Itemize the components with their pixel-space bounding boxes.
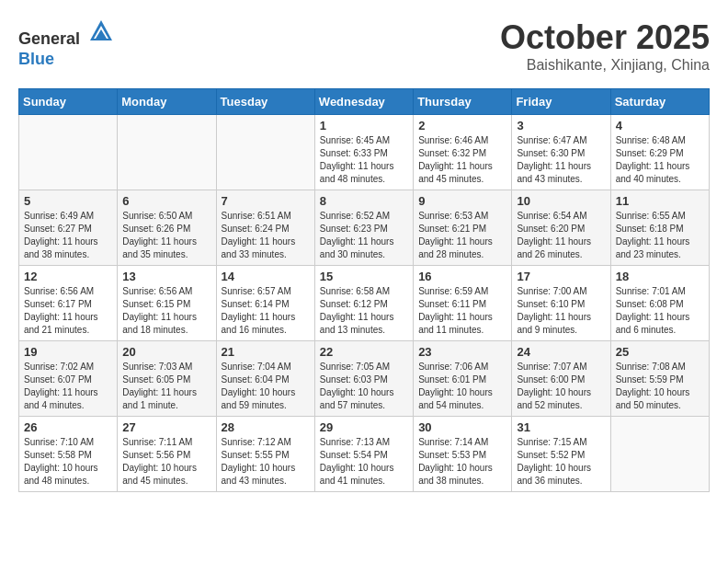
day-number: 26: [24, 420, 112, 434]
location: Baishikante, Xinjiang, China: [500, 57, 710, 74]
calendar-cell: 10Sunrise: 6:54 AM Sunset: 6:20 PM Dayli…: [512, 190, 610, 266]
day-info: Sunrise: 7:08 AM Sunset: 5:59 PM Dayligh…: [616, 361, 704, 412]
day-number: 24: [517, 345, 605, 359]
day-info: Sunrise: 7:07 AM Sunset: 6:00 PM Dayligh…: [517, 361, 605, 412]
day-info: Sunrise: 7:12 AM Sunset: 5:55 PM Dayligh…: [222, 436, 310, 488]
day-number: 27: [122, 420, 210, 434]
day-info: Sunrise: 6:46 AM Sunset: 6:32 PM Dayligh…: [418, 134, 506, 186]
day-info: Sunrise: 6:55 AM Sunset: 6:18 PM Dayligh…: [616, 210, 704, 261]
day-number: 22: [320, 345, 408, 359]
calendar-cell: 13Sunrise: 6:56 AM Sunset: 6:15 PM Dayli…: [118, 266, 216, 341]
day-info: Sunrise: 7:02 AM Sunset: 6:07 PM Dayligh…: [24, 361, 112, 412]
day-info: Sunrise: 6:53 AM Sunset: 6:21 PM Dayligh…: [418, 210, 506, 261]
page-header: General Blue October 2025 Baishikante, X…: [18, 18, 710, 74]
calendar-week-row: 5Sunrise: 6:49 AM Sunset: 6:27 PM Daylig…: [19, 190, 710, 266]
day-of-week-header: Friday: [512, 89, 610, 115]
day-number: 3: [517, 119, 605, 132]
day-of-week-header: Saturday: [610, 89, 709, 115]
calendar-week-row: 1Sunrise: 6:45 AM Sunset: 6:33 PM Daylig…: [19, 115, 710, 190]
calendar-cell: 7Sunrise: 6:51 AM Sunset: 6:24 PM Daylig…: [216, 190, 314, 266]
title-block: October 2025 Baishikante, Xinjiang, Chin…: [500, 18, 710, 74]
day-number: 5: [24, 194, 112, 208]
day-number: 4: [616, 119, 704, 132]
day-number: 21: [222, 345, 310, 359]
calendar-cell: 9Sunrise: 6:53 AM Sunset: 6:21 PM Daylig…: [414, 190, 512, 266]
calendar-cell: 4Sunrise: 6:48 AM Sunset: 6:29 PM Daylig…: [610, 115, 709, 190]
day-number: 9: [418, 194, 506, 208]
day-number: 25: [616, 345, 704, 359]
day-of-week-header: Sunday: [19, 89, 118, 115]
day-number: 11: [616, 194, 704, 208]
calendar-cell: 23Sunrise: 7:06 AM Sunset: 6:01 PM Dayli…: [414, 341, 512, 417]
calendar-cell: 29Sunrise: 7:13 AM Sunset: 5:54 PM Dayli…: [314, 417, 413, 492]
calendar-cell: 6Sunrise: 6:50 AM Sunset: 6:26 PM Daylig…: [118, 190, 216, 266]
day-info: Sunrise: 6:48 AM Sunset: 6:29 PM Dayligh…: [616, 134, 704, 186]
day-info: Sunrise: 7:06 AM Sunset: 6:01 PM Dayligh…: [418, 361, 506, 412]
calendar-cell: 30Sunrise: 7:14 AM Sunset: 5:53 PM Dayli…: [414, 417, 512, 492]
calendar-cell: 21Sunrise: 7:04 AM Sunset: 6:04 PM Dayli…: [216, 341, 314, 417]
calendar-cell: 27Sunrise: 7:11 AM Sunset: 5:56 PM Dayli…: [118, 417, 216, 492]
calendar-cell: 20Sunrise: 7:03 AM Sunset: 6:05 PM Dayli…: [118, 341, 216, 417]
day-number: 28: [222, 420, 310, 434]
calendar-cell: 1Sunrise: 6:45 AM Sunset: 6:33 PM Daylig…: [314, 115, 413, 190]
calendar-cell: 22Sunrise: 7:05 AM Sunset: 6:03 PM Dayli…: [314, 341, 413, 417]
calendar-cell: [118, 115, 216, 190]
day-info: Sunrise: 7:01 AM Sunset: 6:08 PM Dayligh…: [616, 285, 704, 337]
logo: General Blue: [18, 18, 114, 69]
logo-general: General: [18, 29, 80, 48]
day-info: Sunrise: 7:05 AM Sunset: 6:03 PM Dayligh…: [320, 361, 408, 412]
day-number: 23: [418, 345, 506, 359]
calendar-week-row: 12Sunrise: 6:56 AM Sunset: 6:17 PM Dayli…: [19, 266, 710, 341]
day-number: 15: [320, 270, 408, 283]
day-info: Sunrise: 7:15 AM Sunset: 5:52 PM Dayligh…: [517, 436, 605, 488]
calendar-cell: 19Sunrise: 7:02 AM Sunset: 6:07 PM Dayli…: [19, 341, 118, 417]
day-info: Sunrise: 6:50 AM Sunset: 6:26 PM Dayligh…: [122, 210, 210, 261]
day-info: Sunrise: 7:11 AM Sunset: 5:56 PM Dayligh…: [122, 436, 210, 488]
calendar-week-row: 26Sunrise: 7:10 AM Sunset: 5:58 PM Dayli…: [19, 417, 710, 492]
calendar: SundayMondayTuesdayWednesdayThursdayFrid…: [18, 88, 710, 492]
day-info: Sunrise: 6:54 AM Sunset: 6:20 PM Dayligh…: [517, 210, 605, 261]
day-number: 17: [517, 270, 605, 283]
day-of-week-header: Wednesday: [314, 89, 413, 115]
calendar-cell: 12Sunrise: 6:56 AM Sunset: 6:17 PM Dayli…: [19, 266, 118, 341]
logo-icon: [88, 18, 114, 44]
day-info: Sunrise: 6:59 AM Sunset: 6:11 PM Dayligh…: [418, 285, 506, 337]
day-number: 19: [24, 345, 112, 359]
calendar-cell: 5Sunrise: 6:49 AM Sunset: 6:27 PM Daylig…: [19, 190, 118, 266]
day-info: Sunrise: 6:51 AM Sunset: 6:24 PM Dayligh…: [222, 210, 310, 261]
day-number: 16: [418, 270, 506, 283]
calendar-cell: 26Sunrise: 7:10 AM Sunset: 5:58 PM Dayli…: [19, 417, 118, 492]
day-info: Sunrise: 6:49 AM Sunset: 6:27 PM Dayligh…: [24, 210, 112, 261]
day-info: Sunrise: 6:47 AM Sunset: 6:30 PM Dayligh…: [517, 134, 605, 186]
day-of-week-header: Tuesday: [216, 89, 314, 115]
calendar-cell: 16Sunrise: 6:59 AM Sunset: 6:11 PM Dayli…: [414, 266, 512, 341]
calendar-cell: 25Sunrise: 7:08 AM Sunset: 5:59 PM Dayli…: [610, 341, 709, 417]
calendar-cell: 3Sunrise: 6:47 AM Sunset: 6:30 PM Daylig…: [512, 115, 610, 190]
day-number: 10: [517, 194, 605, 208]
day-info: Sunrise: 7:10 AM Sunset: 5:58 PM Dayligh…: [24, 436, 112, 488]
day-info: Sunrise: 6:57 AM Sunset: 6:14 PM Dayligh…: [222, 285, 310, 337]
day-number: 30: [418, 420, 506, 434]
day-number: 29: [320, 420, 408, 434]
day-number: 20: [122, 345, 210, 359]
calendar-cell: 24Sunrise: 7:07 AM Sunset: 6:00 PM Dayli…: [512, 341, 610, 417]
day-number: 2: [418, 119, 506, 132]
day-of-week-header: Thursday: [414, 89, 512, 115]
calendar-week-row: 19Sunrise: 7:02 AM Sunset: 6:07 PM Dayli…: [19, 341, 710, 417]
calendar-cell: 11Sunrise: 6:55 AM Sunset: 6:18 PM Dayli…: [610, 190, 709, 266]
calendar-cell: [610, 417, 709, 492]
calendar-cell: 31Sunrise: 7:15 AM Sunset: 5:52 PM Dayli…: [512, 417, 610, 492]
day-info: Sunrise: 6:56 AM Sunset: 6:15 PM Dayligh…: [122, 285, 210, 337]
day-info: Sunrise: 6:45 AM Sunset: 6:33 PM Dayligh…: [320, 134, 408, 186]
day-number: 14: [222, 270, 310, 283]
day-info: Sunrise: 6:56 AM Sunset: 6:17 PM Dayligh…: [24, 285, 112, 337]
month-title: October 2025: [500, 18, 710, 57]
day-number: 1: [320, 119, 408, 132]
day-info: Sunrise: 6:58 AM Sunset: 6:12 PM Dayligh…: [320, 285, 408, 337]
calendar-cell: 17Sunrise: 7:00 AM Sunset: 6:10 PM Dayli…: [512, 266, 610, 341]
day-of-week-header: Monday: [118, 89, 216, 115]
day-number: 7: [222, 194, 310, 208]
calendar-header-row: SundayMondayTuesdayWednesdayThursdayFrid…: [19, 89, 710, 115]
day-info: Sunrise: 7:04 AM Sunset: 6:04 PM Dayligh…: [222, 361, 310, 412]
calendar-cell: 14Sunrise: 6:57 AM Sunset: 6:14 PM Dayli…: [216, 266, 314, 341]
